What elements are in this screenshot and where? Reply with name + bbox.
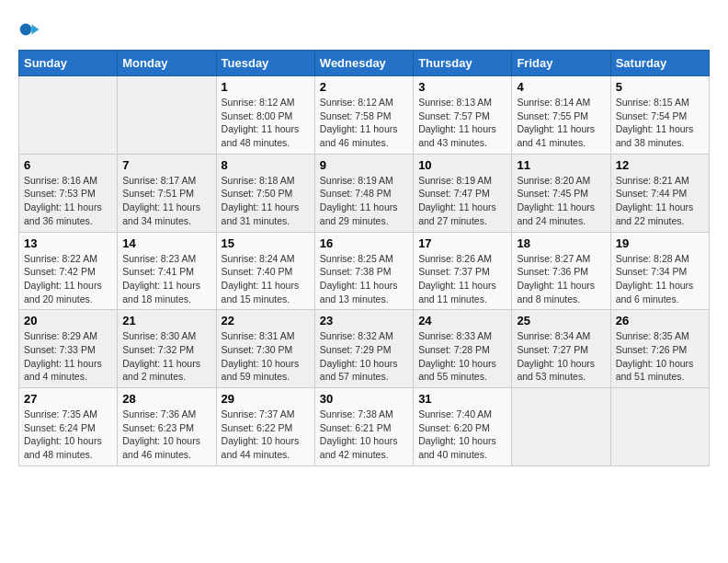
day-info: Sunrise: 8:20 AM Sunset: 7:45 PM Dayligh… — [517, 174, 605, 228]
col-header-friday: Friday — [512, 51, 610, 76]
calendar-cell: 30Sunrise: 7:38 AM Sunset: 6:21 PM Dayli… — [314, 388, 413, 466]
col-header-monday: Monday — [118, 51, 216, 76]
calendar-cell: 6Sunrise: 8:16 AM Sunset: 7:53 PM Daylig… — [19, 154, 118, 232]
day-info: Sunrise: 8:34 AM Sunset: 7:27 PM Dayligh… — [517, 329, 605, 384]
day-number: 23 — [320, 314, 408, 327]
day-info: Sunrise: 8:24 AM Sunset: 7:40 PM Dayligh… — [222, 252, 310, 306]
day-number: 24 — [418, 314, 506, 327]
calendar-cell: 26Sunrise: 8:35 AM Sunset: 7:26 PM Dayli… — [610, 310, 709, 388]
day-number: 20 — [24, 314, 112, 327]
day-info: Sunrise: 8:30 AM Sunset: 7:32 PM Dayligh… — [122, 329, 210, 384]
day-number: 17 — [418, 236, 506, 250]
calendar-cell: 20Sunrise: 8:29 AM Sunset: 7:33 PM Dayli… — [19, 310, 118, 388]
day-number: 27 — [24, 392, 112, 406]
day-info: Sunrise: 8:26 AM Sunset: 7:37 PM Dayligh… — [418, 252, 506, 306]
calendar-cell: 14Sunrise: 8:23 AM Sunset: 7:41 PM Dayli… — [118, 232, 216, 310]
calendar-cell — [610, 388, 709, 466]
day-info: Sunrise: 8:14 AM Sunset: 7:55 PM Dayligh… — [517, 96, 605, 150]
day-number: 7 — [122, 158, 210, 172]
calendar-cell: 16Sunrise: 8:25 AM Sunset: 7:38 PM Dayli… — [314, 232, 413, 310]
day-info: Sunrise: 7:35 AM Sunset: 6:24 PM Dayligh… — [24, 408, 112, 462]
calendar-cell: 9Sunrise: 8:19 AM Sunset: 7:48 PM Daylig… — [314, 154, 413, 232]
calendar-cell: 23Sunrise: 8:32 AM Sunset: 7:29 PM Dayli… — [314, 310, 413, 388]
day-number: 2 — [320, 80, 408, 94]
calendar-table: SundayMondayTuesdayWednesdayThursdayFrid… — [18, 50, 710, 466]
day-info: Sunrise: 8:18 AM Sunset: 7:50 PM Dayligh… — [222, 174, 310, 228]
calendar-cell: 13Sunrise: 8:22 AM Sunset: 7:42 PM Dayli… — [19, 232, 118, 310]
day-info: Sunrise: 8:12 AM Sunset: 8:00 PM Dayligh… — [222, 96, 310, 150]
calendar-cell: 7Sunrise: 8:17 AM Sunset: 7:51 PM Daylig… — [118, 154, 216, 232]
day-number: 21 — [122, 314, 210, 327]
day-info: Sunrise: 8:19 AM Sunset: 7:48 PM Dayligh… — [320, 174, 408, 228]
day-number: 3 — [418, 80, 506, 94]
day-info: Sunrise: 8:31 AM Sunset: 7:30 PM Dayligh… — [222, 329, 310, 384]
calendar-week-row: 1Sunrise: 8:12 AM Sunset: 8:00 PM Daylig… — [19, 76, 710, 155]
day-info: Sunrise: 8:16 AM Sunset: 7:53 PM Dayligh… — [24, 174, 112, 228]
calendar-cell: 22Sunrise: 8:31 AM Sunset: 7:30 PM Dayli… — [216, 310, 314, 388]
calendar-cell: 29Sunrise: 7:37 AM Sunset: 6:22 PM Dayli… — [216, 388, 314, 466]
calendar-cell: 1Sunrise: 8:12 AM Sunset: 8:00 PM Daylig… — [216, 76, 314, 155]
calendar-week-row: 13Sunrise: 8:22 AM Sunset: 7:42 PM Dayli… — [19, 232, 710, 310]
col-header-saturday: Saturday — [610, 51, 709, 76]
calendar-cell — [118, 76, 216, 155]
calendar-week-row: 6Sunrise: 8:16 AM Sunset: 7:53 PM Daylig… — [19, 154, 710, 232]
day-number: 13 — [24, 236, 112, 250]
calendar-cell: 10Sunrise: 8:19 AM Sunset: 7:47 PM Dayli… — [414, 154, 512, 232]
calendar-cell: 12Sunrise: 8:21 AM Sunset: 7:44 PM Dayli… — [610, 154, 709, 232]
day-number: 8 — [222, 158, 310, 172]
day-number: 9 — [320, 158, 408, 172]
day-info: Sunrise: 8:15 AM Sunset: 7:54 PM Dayligh… — [616, 96, 704, 150]
day-info: Sunrise: 7:40 AM Sunset: 6:20 PM Dayligh… — [418, 408, 506, 462]
day-number: 29 — [222, 392, 310, 406]
day-info: Sunrise: 8:35 AM Sunset: 7:26 PM Dayligh… — [616, 329, 704, 384]
day-info: Sunrise: 8:29 AM Sunset: 7:33 PM Dayligh… — [24, 329, 112, 384]
calendar-week-row: 20Sunrise: 8:29 AM Sunset: 7:33 PM Dayli… — [19, 310, 710, 388]
day-info: Sunrise: 8:33 AM Sunset: 7:28 PM Dayligh… — [418, 329, 506, 384]
svg-point-0 — [20, 24, 32, 36]
calendar-cell: 15Sunrise: 8:24 AM Sunset: 7:40 PM Dayli… — [216, 232, 314, 310]
day-info: Sunrise: 8:13 AM Sunset: 7:57 PM Dayligh… — [418, 96, 506, 150]
calendar-cell — [512, 388, 610, 466]
day-info: Sunrise: 8:12 AM Sunset: 7:58 PM Dayligh… — [320, 96, 408, 150]
day-number: 22 — [222, 314, 310, 327]
day-number: 4 — [517, 80, 605, 94]
day-number: 28 — [122, 392, 210, 406]
day-number: 18 — [517, 236, 605, 250]
day-number: 12 — [616, 158, 704, 172]
calendar-cell: 3Sunrise: 8:13 AM Sunset: 7:57 PM Daylig… — [414, 76, 512, 155]
day-number: 6 — [24, 158, 112, 172]
page-header — [18, 18, 710, 40]
calendar-cell: 11Sunrise: 8:20 AM Sunset: 7:45 PM Dayli… — [512, 154, 610, 232]
day-number: 5 — [616, 80, 704, 94]
calendar-cell: 8Sunrise: 8:18 AM Sunset: 7:50 PM Daylig… — [216, 154, 314, 232]
day-number: 19 — [616, 236, 704, 250]
day-number: 14 — [122, 236, 210, 250]
calendar-cell: 19Sunrise: 8:28 AM Sunset: 7:34 PM Dayli… — [610, 232, 709, 310]
day-info: Sunrise: 8:17 AM Sunset: 7:51 PM Dayligh… — [122, 174, 210, 228]
logo-icon — [18, 18, 40, 40]
day-info: Sunrise: 8:21 AM Sunset: 7:44 PM Dayligh… — [616, 174, 704, 228]
day-info: Sunrise: 8:19 AM Sunset: 7:47 PM Dayligh… — [418, 174, 506, 228]
day-info: Sunrise: 8:27 AM Sunset: 7:36 PM Dayligh… — [517, 252, 605, 306]
day-number: 1 — [222, 80, 310, 94]
calendar-cell: 5Sunrise: 8:15 AM Sunset: 7:54 PM Daylig… — [610, 76, 709, 155]
svg-marker-1 — [31, 24, 39, 34]
day-number: 25 — [517, 314, 605, 327]
calendar-cell: 18Sunrise: 8:27 AM Sunset: 7:36 PM Dayli… — [512, 232, 610, 310]
calendar-cell — [19, 76, 118, 155]
logo — [18, 18, 44, 40]
day-number: 15 — [222, 236, 310, 250]
col-header-wednesday: Wednesday — [314, 51, 413, 76]
calendar-week-row: 27Sunrise: 7:35 AM Sunset: 6:24 PM Dayli… — [19, 388, 710, 466]
calendar-cell: 31Sunrise: 7:40 AM Sunset: 6:20 PM Dayli… — [414, 388, 512, 466]
day-info: Sunrise: 8:23 AM Sunset: 7:41 PM Dayligh… — [122, 252, 210, 306]
day-number: 10 — [418, 158, 506, 172]
day-info: Sunrise: 7:36 AM Sunset: 6:23 PM Dayligh… — [122, 408, 210, 462]
day-info: Sunrise: 7:38 AM Sunset: 6:21 PM Dayligh… — [320, 408, 408, 462]
day-info: Sunrise: 8:22 AM Sunset: 7:42 PM Dayligh… — [24, 252, 112, 306]
calendar-cell: 28Sunrise: 7:36 AM Sunset: 6:23 PM Dayli… — [118, 388, 216, 466]
day-number: 30 — [320, 392, 408, 406]
day-number: 16 — [320, 236, 408, 250]
day-number: 11 — [517, 158, 605, 172]
calendar-cell: 17Sunrise: 8:26 AM Sunset: 7:37 PM Dayli… — [414, 232, 512, 310]
